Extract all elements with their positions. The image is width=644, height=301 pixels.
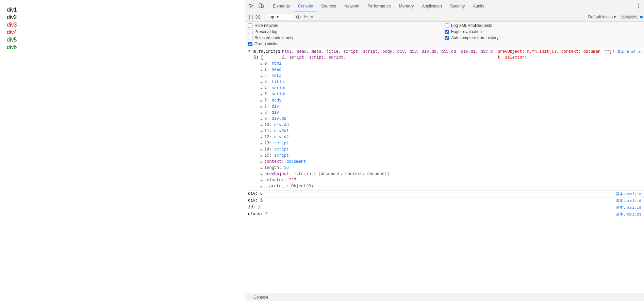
context-selector[interactable]: top ▼ (266, 14, 293, 20)
tree-item-9[interactable]: ▶9: div.dd (259, 116, 614, 122)
simple-log-row: class: 2基本.html:23 (245, 211, 644, 218)
tree-arrow[interactable]: ▶ (259, 123, 264, 128)
eager-eval-label: Eager evaluation (451, 29, 482, 34)
selected-context-option[interactable]: Selected context only (248, 35, 445, 40)
inspect-icon-btn[interactable] (247, 1, 256, 11)
simple-log-val: class: 2 (248, 212, 268, 217)
selected-context-check[interactable] (248, 36, 252, 40)
tree-arrow[interactable]: ▶ (259, 141, 264, 146)
hide-network-check[interactable] (248, 23, 252, 28)
tree-arrow[interactable]: ▶ (259, 135, 264, 140)
preserve-log-option[interactable]: Preserve log (248, 29, 445, 34)
tree-item-15[interactable]: ▶15: script (259, 153, 614, 159)
clear-console-btn[interactable] (254, 13, 262, 21)
autocomplete-check[interactable] (445, 36, 449, 40)
simple-log-row: id: 1基本.html:19 (245, 204, 644, 211)
tree-arrow[interactable]: ▶ (259, 110, 264, 116)
console-output[interactable]: ▶ m.fn.init(16) [html, head, meta, title… (245, 48, 644, 293)
main-log-entry: ▶ m.fn.init(16) [html, head, meta, title… (245, 48, 644, 191)
tab-security[interactable]: Security (446, 0, 469, 12)
simple-log-src[interactable]: 基本.html:15 (616, 191, 641, 196)
page-div-div3: div3 (7, 22, 238, 28)
tab-performance[interactable]: Performance (363, 0, 395, 12)
page-content: div1div2div3div4div5div6 (0, 0, 245, 301)
main-log-text: m.fn.init(16) [html, head, meta, title, … (253, 49, 614, 61)
tree-arrow[interactable]: ▶ (259, 116, 264, 122)
tree-item-14[interactable]: ▶14: script (259, 147, 614, 153)
tree-item-context[interactable]: ▶context: document (259, 159, 614, 165)
autocomplete-option[interactable]: Autocomplete from history (445, 35, 641, 40)
tab-application[interactable]: Application (418, 0, 446, 12)
simple-log-val: div: 6 (248, 191, 263, 196)
tree-arrow[interactable]: ▶ (259, 86, 264, 91)
console-options: Hide network Preserve log Selected conte… (245, 22, 644, 48)
console-toolbar: top ▼ Default levels ▼ 3 hidden (245, 12, 644, 22)
main-log-content: m.fn.init(16) [html, head, meta, title, … (252, 49, 614, 190)
tree-arrow[interactable]: ▶ (259, 104, 264, 110)
tree-item-length[interactable]: ▶length: 16 (259, 165, 614, 171)
console-prompt-icon: ⋮ (248, 295, 252, 300)
tree-arrow[interactable]: ▶ (259, 147, 264, 153)
simple-log-src[interactable]: 基本.html:19 (616, 205, 641, 210)
log-xml-check[interactable] (445, 23, 449, 28)
tab-console[interactable]: Console (294, 0, 317, 12)
console-bottom-label: Console (253, 295, 268, 300)
tree-item-selector[interactable]: ▶selector: "*" (259, 177, 614, 184)
eager-eval-option[interactable]: Eager evaluation (445, 29, 641, 34)
tree-item-12[interactable]: ▶12: div.d2 (259, 134, 614, 141)
tree-item-6[interactable]: ▶6: body (259, 98, 614, 104)
device-toggle-btn[interactable] (256, 1, 266, 11)
simple-log-src[interactable]: 基本.html:23 (616, 212, 641, 217)
tree-item-3[interactable]: ▶3: title (259, 79, 614, 85)
tree-item-10[interactable]: ▶10: div.dd (259, 122, 614, 128)
page-div-div5: div5 (7, 37, 238, 43)
tree-item-8[interactable]: ▶8: div (259, 110, 614, 116)
tree-item-1[interactable]: ▶1: head (259, 67, 614, 73)
tree-arrow[interactable]: ▶ (259, 98, 264, 104)
log-xml-option[interactable]: Log XMLHttpRequests (445, 23, 641, 28)
tree-item-5[interactable]: ▶5: script (259, 92, 614, 98)
tree-arrow[interactable]: ▶ (259, 61, 264, 67)
simple-log-src[interactable]: 基本.html:16 (616, 198, 641, 203)
tab-elements[interactable]: Elements (269, 0, 294, 12)
tree-arrow[interactable]: ▶ (259, 184, 264, 189)
info-icon[interactable]: ℹ (613, 49, 614, 54)
tab-sources[interactable]: Sources (317, 0, 340, 12)
tab-audits[interactable]: Audits (469, 0, 488, 12)
tab-memory[interactable]: Memory (395, 0, 418, 12)
tree-arrow[interactable]: ▶ (259, 129, 264, 134)
tree-arrow[interactable]: ▶ (259, 67, 264, 73)
tree-item-4[interactable]: ▶4: script (259, 85, 614, 92)
preserve-log-check[interactable] (248, 30, 252, 34)
tree-item-13[interactable]: ▶13: script (259, 141, 614, 147)
tree-item-__proto__[interactable]: ▶__proto__: Object(0) (259, 184, 614, 190)
tree-arrow[interactable]: ▶ (259, 165, 264, 171)
main-log-source-link[interactable]: 基本.html:12 (617, 50, 643, 54)
eager-eval-check[interactable] (445, 30, 449, 34)
tree-arrow[interactable]: ▶ (259, 159, 264, 165)
filter-input[interactable] (302, 14, 586, 20)
console-sidebar-btn[interactable] (247, 13, 254, 21)
group-similar-option[interactable]: Group similar (248, 42, 445, 46)
group-similar-check[interactable] (248, 42, 252, 46)
tree-arrow[interactable]: ▶ (259, 80, 264, 85)
tree-item-0[interactable]: ▶0: html (259, 61, 614, 67)
tree-item-11[interactable]: ▶11: div#d1 (259, 128, 614, 134)
tree-item-prevObject[interactable]: ▶prevObject: m.fn.init [document, contex… (259, 171, 614, 177)
tab-network[interactable]: Network (340, 0, 363, 12)
tree-arrow[interactable]: ▶ (259, 178, 264, 183)
tree-item-7[interactable]: ▶7: div (259, 104, 614, 110)
tree-arrow[interactable]: ▶ (259, 92, 264, 97)
tree-item-2[interactable]: ▶2: meta (259, 73, 614, 79)
more-tools-btn[interactable]: ⋮ (634, 2, 643, 10)
eye-icon-btn[interactable] (295, 13, 302, 21)
level-select[interactable]: Default levels ▼ (588, 15, 617, 19)
tree-arrow[interactable]: ▶ (259, 153, 264, 159)
tree-arrow[interactable]: ▶ (259, 74, 264, 79)
hide-network-option[interactable]: Hide network (248, 23, 445, 28)
dt-tabs: ElementsConsoleSourcesNetworkPerformance… (269, 0, 489, 12)
expand-arrow-main[interactable]: ▶ (247, 49, 252, 54)
tree-arrow[interactable]: ▶ (259, 172, 264, 177)
simple-logs: div: 6基本.html:15div: 6基本.html:16id: 1基本.… (245, 191, 644, 218)
main-log-source[interactable]: 基本.html:12 (617, 49, 643, 54)
